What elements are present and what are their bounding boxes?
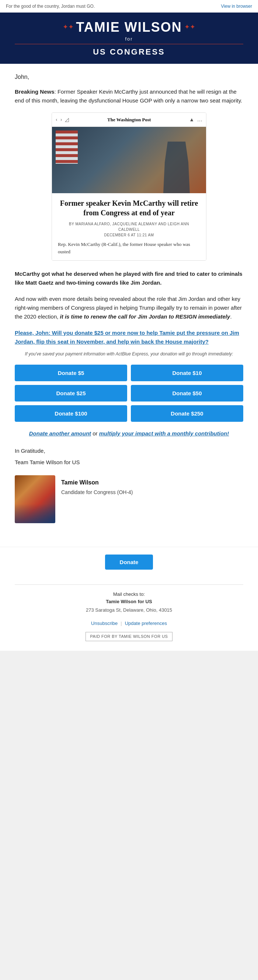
or-text: or (91, 430, 99, 436)
mail-checks-text: Mail checks to: (113, 592, 145, 597)
monthly-contribution-link[interactable]: multiply your impact with a monthly cont… (99, 430, 229, 436)
team-name: Team Tamie Wilson for US (15, 458, 243, 467)
breaking-news-label: Breaking News (15, 89, 54, 95)
campaign-name-footer: Tamie Wilson for US (106, 599, 152, 604)
stars-row: ✦✦ TAMIE WILSON ✦✦ (15, 20, 243, 35)
unsubscribe-link[interactable]: Unsubscribe (91, 620, 118, 627)
donate-another-link[interactable]: Donate another amount (29, 430, 91, 436)
news-date: DECEMBER 6 AT 11:21 AM (104, 233, 154, 237)
flag-decoration (56, 130, 78, 164)
share-icon: ▲ (189, 116, 194, 124)
view-in-browser-link[interactable]: View in browser (221, 3, 252, 10)
donate-100-button[interactable]: Donate $100 (15, 405, 127, 422)
news-card-topbar: ‹ › ◿ The Washington Post ▲ … (52, 113, 206, 127)
more-icon: … (197, 116, 202, 124)
top-bar: For the good of the country, Jordan must… (0, 0, 258, 13)
news-card-image (52, 127, 206, 193)
main-content: John, Breaking News: Former Speaker Kevi… (0, 64, 258, 547)
donate-25-button[interactable]: Donate $25 (15, 385, 127, 401)
news-byline: BY MARIANA ALFARO, JACQUELINE ALEMANY AN… (58, 221, 200, 238)
browser-nav-icons: ‹ › ◿ (56, 116, 69, 124)
paid-for-disclaimer: PAID FOR BY TAMIE WILSON FOR US (86, 632, 173, 641)
photo-overlay (15, 504, 55, 523)
congress-text: US CONGRESS (15, 44, 243, 58)
right-stars: ✦✦ (184, 22, 195, 32)
for-text: for (15, 35, 243, 43)
footer-donate-button[interactable]: Donate (105, 555, 153, 570)
footer-divider-pipe: | (121, 620, 122, 627)
publication-name: The Washington Post (107, 116, 151, 124)
news-card: ‹ › ◿ The Washington Post ▲ … Former spe… (52, 113, 206, 261)
email-wrapper: For the good of the country, Jordan must… (0, 0, 258, 651)
mail-address: 273 Saratoga St, Delaware, Ohio, 43015 (15, 606, 243, 614)
news-card-body: Former speaker Kevin McCarthy will retir… (52, 193, 206, 260)
actblue-note: If you've saved your payment information… (15, 351, 243, 357)
footer-section: Donate Mail checks to: Tamie Wilson for … (0, 547, 258, 651)
extra-donate-links: Donate another amount or multiply your i… (15, 429, 243, 438)
donate-50-button[interactable]: Donate $50 (131, 385, 243, 401)
header-banner: ✦✦ TAMIE WILSON ✦✦ for US CONGRESS (0, 13, 258, 64)
footer-links: Unsubscribe | Update preferences (15, 620, 243, 627)
body-text-end: . (230, 313, 231, 320)
body-italic: it is time to renew the call for Jim Jor… (60, 313, 230, 320)
cta-donation-link[interactable]: Please, John: Will you donate $25 or mor… (15, 329, 243, 346)
news-headline: Former speaker Kevin McCarthy will retir… (58, 198, 200, 218)
back-icon: ‹ (56, 116, 57, 124)
bold-statement: McCarthy got what he deserved when he pl… (15, 269, 243, 287)
candidate-title: Candidate for Congress (OH-4) (61, 488, 133, 496)
byline-text: BY MARIANA ALFARO, JACQUELINE ALEMANY AN… (69, 222, 189, 232)
figure-silhouette (162, 142, 191, 193)
candidate-card: Tamie Wilson Candidate for Congress (OH-… (15, 475, 243, 523)
footer-divider (15, 584, 243, 585)
breaking-news-paragraph: Breaking News: Former Speaker Kevin McCa… (15, 88, 243, 105)
candidate-name: Tamie Wilson (61, 478, 133, 487)
body-paragraph: And now with even more details being rev… (15, 294, 243, 321)
update-preferences-link[interactable]: Update preferences (125, 620, 167, 627)
browser-action-icons: ▲ … (189, 116, 202, 124)
donate-5-button[interactable]: Donate $5 (15, 364, 127, 381)
forward-icon: › (61, 116, 62, 124)
mail-checks-label: Mail checks to: Tamie Wilson for US (15, 591, 243, 605)
donate-buttons-grid: Donate $5 Donate $10 Donate $25 Donate $… (15, 364, 243, 422)
donate-250-button[interactable]: Donate $250 (131, 405, 243, 422)
news-excerpt: Rep. Kevin McCarthy (R-Calif.), the form… (58, 241, 200, 255)
donate-10-button[interactable]: Donate $10 (131, 364, 243, 381)
tagline: For the good of the country, Jordan must… (6, 3, 95, 10)
candidate-info: Tamie Wilson Candidate for Congress (OH-… (61, 475, 133, 496)
left-stars: ✦✦ (63, 22, 74, 32)
greeting: John, (15, 73, 243, 81)
closing-gratitude: In Gratitude, (15, 447, 243, 455)
candidate-photo (15, 475, 55, 523)
bookmark-icon: ◿ (65, 116, 69, 124)
candidate-header-name: TAMIE WILSON (76, 20, 182, 35)
